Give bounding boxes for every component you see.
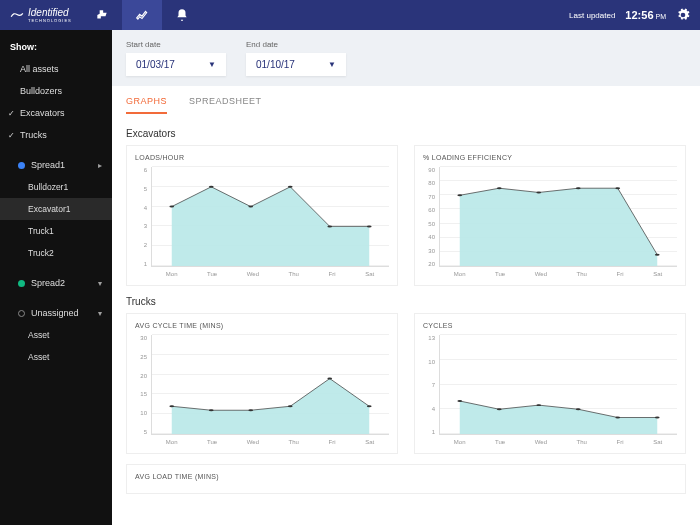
sidebar-sub-excavator1[interactable]: Excavator1 <box>0 198 112 220</box>
svg-point-22 <box>615 417 620 419</box>
svg-point-5 <box>367 225 372 227</box>
end-date-label: End date <box>246 40 346 49</box>
svg-point-7 <box>497 187 502 189</box>
nav-alerts-icon[interactable] <box>162 0 202 30</box>
svg-point-10 <box>615 187 620 189</box>
logo-icon <box>10 10 24 20</box>
tab-spreadsheet[interactable]: SPREADSHEET <box>189 96 262 114</box>
topnav <box>82 0 202 30</box>
svg-point-4 <box>327 225 332 227</box>
gear-icon[interactable] <box>676 8 690 22</box>
sidebar-filter-all-assets[interactable]: All assets <box>0 58 112 80</box>
sidebar-show-label: Show: <box>0 36 112 58</box>
sidebar-group-unassigned[interactable]: Unassigned▾ <box>0 302 112 324</box>
sidebar-sub-asset[interactable]: Asset <box>0 324 112 346</box>
chart-title: CYCLES <box>423 322 677 329</box>
svg-point-13 <box>209 409 214 411</box>
chevron-icon: ▾ <box>98 279 102 288</box>
dot-icon <box>18 162 25 169</box>
topbar: Identified TECHNOLOGIES Last updated 12:… <box>0 0 700 30</box>
brand-sub: TECHNOLOGIES <box>28 18 72 23</box>
nav-equipment-icon[interactable] <box>82 0 122 30</box>
chart-cycles: CYCLES1310741MonTueWedThuFriSat <box>414 313 686 454</box>
dot-icon <box>18 280 25 287</box>
nav-analytics-icon[interactable] <box>122 0 162 30</box>
sidebar-group-spread2[interactable]: Spread2▾ <box>0 272 112 294</box>
section-trucks: Trucks <box>126 296 686 307</box>
svg-point-20 <box>536 404 541 406</box>
sidebar: Show: All assetsBulldozersExcavatorsTruc… <box>0 30 112 525</box>
svg-point-1 <box>209 186 214 188</box>
chart-loads-hour: LOADS/HOUR654321MonTueWedThuFriSat <box>126 145 398 286</box>
sidebar-filter-excavators[interactable]: Excavators <box>0 102 112 124</box>
sidebar-sub-truck2[interactable]: Truck2 <box>0 242 112 264</box>
chevron-icon: ▾ <box>98 309 102 318</box>
sidebar-group-spread1[interactable]: Spread1▸ <box>0 154 112 176</box>
chevron-down-icon: ▼ <box>208 60 216 69</box>
svg-point-18 <box>457 400 462 402</box>
main-panel: Start date 01/03/17▼ End date 01/10/17▼ … <box>112 30 700 525</box>
svg-point-11 <box>655 254 660 256</box>
svg-point-6 <box>457 194 462 196</box>
chart-avg-load-time: AVG LOAD TIME (MINS) <box>126 464 686 494</box>
chevron-icon: ▸ <box>98 161 102 170</box>
svg-point-21 <box>576 408 581 410</box>
chart-title: LOADS/HOUR <box>135 154 389 161</box>
svg-point-16 <box>327 378 332 380</box>
svg-point-8 <box>536 191 541 193</box>
svg-point-0 <box>169 206 174 208</box>
tab-graphs[interactable]: GRAPHS <box>126 96 167 114</box>
svg-point-23 <box>655 417 660 419</box>
sidebar-filter-bulldozers[interactable]: Bulldozers <box>0 80 112 102</box>
svg-point-2 <box>248 206 253 208</box>
chart-cycle-time: AVG CYCLE TIME (MINS)30252015105MonTueWe… <box>126 313 398 454</box>
start-date-input[interactable]: 01/03/17▼ <box>126 53 226 76</box>
svg-point-9 <box>576 187 581 189</box>
svg-point-15 <box>288 405 293 407</box>
clock: 12:56PM <box>625 9 666 21</box>
tabs: GRAPHSSPREADSHEET <box>112 86 700 114</box>
chart-title: AVG CYCLE TIME (MINS) <box>135 322 389 329</box>
sidebar-sub-bulldozer1[interactable]: Bulldozer1 <box>0 176 112 198</box>
svg-point-19 <box>497 408 502 410</box>
brand-text: Identified <box>28 7 69 18</box>
end-date-input[interactable]: 01/10/17▼ <box>246 53 346 76</box>
svg-point-12 <box>169 405 174 407</box>
brand-logo: Identified TECHNOLOGIES <box>0 7 82 23</box>
svg-point-17 <box>367 405 372 407</box>
chart-loading-efficiency: % LOADING EFFICIENCY9080706050403020MonT… <box>414 145 686 286</box>
sidebar-sub-asset[interactable]: Asset <box>0 346 112 368</box>
svg-point-3 <box>288 186 293 188</box>
sidebar-filter-trucks[interactable]: Trucks <box>0 124 112 146</box>
chart-title: % LOADING EFFICIENCY <box>423 154 677 161</box>
chevron-down-icon: ▼ <box>328 60 336 69</box>
section-excavators: Excavators <box>126 128 686 139</box>
sidebar-sub-truck1[interactable]: Truck1 <box>0 220 112 242</box>
date-filter-bar: Start date 01/03/17▼ End date 01/10/17▼ <box>112 30 700 86</box>
dot-icon <box>18 310 25 317</box>
last-updated-label: Last updated <box>569 11 615 20</box>
svg-point-14 <box>248 409 253 411</box>
start-date-label: Start date <box>126 40 226 49</box>
